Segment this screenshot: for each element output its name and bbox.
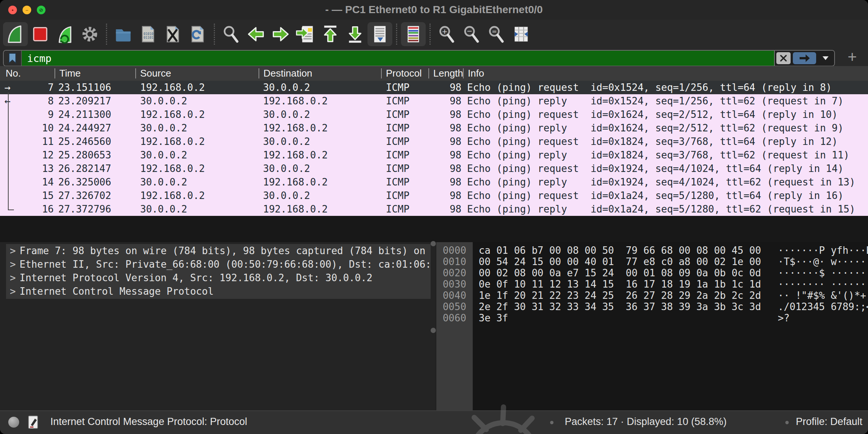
cell-no: 13 (15, 162, 54, 175)
cell-time: 27.326702 (54, 189, 135, 202)
packet-row[interactable]: 1125.246560192.168.0.230.0.0.2ICMP98Echo… (0, 135, 868, 148)
resize-columns-button[interactable] (509, 22, 534, 46)
zoom-out-button[interactable]: − (459, 22, 484, 46)
cell-no: 10 (15, 121, 54, 135)
packet-row[interactable]: 1326.282147192.168.0.230.0.0.2ICMP98Echo… (0, 162, 868, 175)
cell-destination: 30.0.0.2 (259, 162, 381, 175)
column-destination[interactable]: Destination (259, 66, 381, 81)
find-packet-button[interactable] (219, 22, 243, 46)
cell-info: Echo (ping) request id=0x1524, seq=1/256… (463, 81, 868, 94)
detail-tree-row[interactable]: >Ethernet II, Src: Private_66:68:00 (00:… (6, 258, 431, 271)
packet-row[interactable]: 1024.24492730.0.0.2192.168.0.2ICMP98Echo… (0, 121, 868, 135)
packet-row[interactable]: ←823.20921730.0.0.2192.168.0.2ICMP98Echo… (0, 94, 868, 108)
zoom-in-icon: + (437, 24, 457, 44)
display-filter-field[interactable]: icmp (3, 50, 835, 66)
filter-clear-button[interactable] (776, 52, 791, 64)
hex-row[interactable]: 00603e 3f>? (436, 312, 868, 324)
go-previous-button[interactable] (243, 22, 268, 46)
close-file-icon (163, 24, 183, 44)
packet-row[interactable]: 1527.326702192.168.0.230.0.0.2ICMP98Echo… (0, 189, 868, 202)
chevron-right-icon[interactable]: > (6, 271, 20, 285)
detail-tree-row[interactable]: >Internet Protocol Version 4, Src: 192.1… (6, 271, 431, 285)
go-to-packet-button[interactable] (293, 22, 318, 46)
hex-row[interactable]: 00502e 2f 30 31 32 33 34 35 36 37 38 39 … (436, 301, 868, 312)
go-first-button[interactable] (318, 22, 343, 46)
save-file-button[interactable]: 0101001101 (136, 22, 160, 46)
cell-direction-arrow (0, 162, 15, 175)
capture-options-button[interactable] (77, 22, 102, 46)
expert-info-icon[interactable] (28, 415, 39, 429)
hex-rows: 0000ca 01 06 b7 00 08 00 50 79 66 68 00 … (436, 245, 868, 324)
title-bar[interactable]: • – ⊘ - — PC1 Ethernet0 to R1 GigabitEth… (0, 0, 868, 20)
packet-rows: →723.151106192.168.0.230.0.0.2ICMP98Echo… (0, 81, 868, 216)
cell-no: 14 (15, 175, 54, 189)
column-no[interactable]: No. (0, 66, 54, 81)
packet-row[interactable]: 924.211300192.168.0.230.0.0.2ICMP98Echo … (0, 108, 868, 121)
packet-list-header[interactable]: No. Time Source Destination Protocol Len… (0, 66, 868, 81)
filter-dropdown-button[interactable] (818, 51, 833, 65)
chevron-right-icon[interactable]: > (6, 285, 20, 298)
hex-row[interactable]: 002000 02 08 00 0a e7 15 24 00 01 08 09 … (436, 267, 868, 279)
zoom-reset-button[interactable]: = (484, 22, 509, 46)
go-last-button[interactable] (343, 22, 367, 46)
cell-time: 25.280653 (54, 148, 135, 162)
cell-source: 30.0.0.2 (135, 202, 259, 216)
profile-text[interactable]: Profile: Default (796, 411, 862, 433)
colorize-button[interactable] (401, 22, 426, 46)
zoom-in-button[interactable]: + (434, 22, 459, 46)
chevron-right-icon[interactable]: > (6, 258, 20, 271)
packet-list[interactable]: →723.151106192.168.0.230.0.0.2ICMP98Echo… (0, 81, 868, 242)
cell-info: Echo (ping) reply id=0x1624, seq=2/512, … (463, 121, 868, 135)
open-file-button[interactable] (111, 22, 136, 46)
restart-capture-button[interactable] (53, 22, 77, 46)
packet-row[interactable]: 1627.37279630.0.0.2192.168.0.2ICMP98Echo… (0, 202, 868, 216)
detail-tree-row[interactable]: >Internet Control Message Protocol (6, 285, 431, 298)
add-filter-button[interactable]: + (841, 49, 863, 66)
hex-row[interactable]: 00300e 0f 10 11 12 13 14 15 16 17 18 19 … (436, 279, 868, 290)
capture-status-icon[interactable] (8, 417, 19, 428)
cell-direction-arrow: → (0, 81, 15, 94)
gear-icon (80, 24, 100, 44)
stop-capture-button[interactable] (28, 22, 53, 46)
apply-arrow-icon (798, 54, 811, 63)
packet-row[interactable]: →723.151106192.168.0.230.0.0.2ICMP98Echo… (0, 81, 868, 94)
filter-bookmark-button[interactable] (4, 51, 22, 66)
splitter-grip-top[interactable] (431, 241, 436, 246)
packet-row[interactable]: 1426.32500630.0.0.2192.168.0.2ICMP98Echo… (0, 175, 868, 189)
hex-row[interactable]: 0000ca 01 06 b7 00 08 00 50 79 66 68 00 … (436, 245, 868, 256)
reload-file-button[interactable] (185, 22, 210, 46)
auto-scroll-button[interactable] (367, 22, 392, 46)
stop-icon (30, 24, 50, 44)
cell-time: 24.211300 (54, 108, 135, 121)
cell-info: Echo (ping) reply id=0x1924, seq=4/1024,… (463, 175, 868, 189)
cell-time: 26.282147 (54, 162, 135, 175)
go-next-button[interactable] (268, 22, 293, 46)
start-capture-button[interactable] (3, 22, 28, 46)
cell-length: 98 (428, 81, 463, 94)
detail-tree-row[interactable]: >Frame 7: 98 bytes on wire (784 bits), 9… (6, 244, 431, 258)
filter-apply-button[interactable] (793, 52, 816, 64)
chevron-right-icon[interactable]: > (6, 244, 20, 258)
hex-row[interactable]: 001000 54 24 15 00 00 40 01 77 e8 c0 a8 … (436, 256, 868, 267)
close-file-button[interactable] (160, 22, 185, 46)
chevron-down-icon (822, 56, 829, 61)
display-filter-input[interactable]: icmp (22, 51, 774, 66)
hex-bytes: 1e 1f 20 21 22 23 24 25 26 27 28 29 2a 2… (479, 290, 761, 301)
packet-details-pane[interactable]: >Frame 7: 98 bytes on wire (784 bits), 9… (6, 244, 431, 299)
hex-bytes: 0e 0f 10 11 12 13 14 15 16 17 18 19 1a 1… (479, 279, 761, 290)
cell-length: 98 (428, 135, 463, 148)
packet-row[interactable]: 1225.28065330.0.0.2192.168.0.2ICMP98Echo… (0, 148, 868, 162)
hex-row[interactable]: 00401e 1f 20 21 22 23 24 25 26 27 28 29 … (436, 290, 868, 301)
column-source[interactable]: Source (135, 66, 259, 81)
column-length[interactable]: Length (428, 66, 463, 81)
status-info-text: Internet Control Message Protocol: Proto… (50, 411, 247, 433)
column-protocol[interactable]: Protocol (381, 66, 428, 81)
cell-info: Echo (ping) reply id=0x1824, seq=3/768, … (463, 148, 868, 162)
packet-bytes-pane[interactable]: 0000ca 01 06 b7 00 08 00 50 79 66 68 00 … (436, 242, 868, 411)
column-info[interactable]: Info (463, 66, 868, 81)
column-time[interactable]: Time (54, 66, 135, 81)
svg-text:=: = (492, 28, 497, 35)
svg-text:01010: 01010 (144, 32, 153, 36)
search-icon (221, 24, 241, 44)
splitter-grip-bottom[interactable] (431, 328, 436, 333)
